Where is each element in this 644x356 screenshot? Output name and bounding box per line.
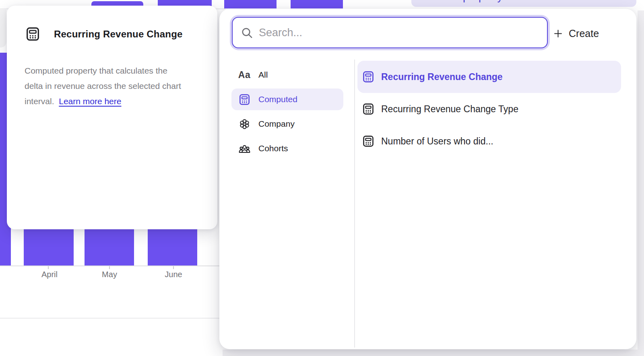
chart-bar [291, 0, 343, 8]
chart-bar-june [148, 224, 197, 265]
tooltip-description-line: delta in revenue across the selected cha… [25, 78, 200, 94]
filter-list: Aa All Computed Company Cohort [231, 64, 343, 159]
filter-item-company[interactable]: Company [231, 113, 343, 135]
tooltip-description-line: Computed property that calculates the [25, 63, 200, 78]
result-label: Recurring Revenue Change Type [381, 104, 518, 115]
filter-item-all[interactable]: Aa All [231, 64, 343, 86]
background-divider-line [0, 318, 223, 319]
property-tooltip-card: Recurring Revenue Change Computed proper… [7, 6, 217, 229]
search-input[interactable] [259, 27, 539, 39]
background-panel-corner [0, 9, 6, 47]
result-list: Recurring Revenue Change Recurring Reven… [357, 61, 621, 157]
tooltip-description-line: interval. Learn more here [25, 94, 200, 109]
axis-tick [173, 266, 174, 269]
result-item-number-of-users[interactable]: Number of Users who did... [357, 125, 621, 157]
cohorts-people-icon [237, 141, 252, 156]
x-axis-label-may: May [85, 270, 134, 279]
learn-more-link[interactable]: Learn more here [59, 97, 121, 106]
create-button[interactable]: Create [553, 23, 599, 43]
filter-label: All [258, 70, 268, 80]
filter-item-cohorts[interactable]: Cohorts [231, 138, 343, 159]
search-focus-ring [230, 15, 550, 50]
chart-bar-may [85, 224, 134, 265]
property-search-popover: Create Aa All Computed Company [219, 9, 636, 349]
search-box[interactable] [232, 17, 548, 48]
clipped-property-banner: property [411, 0, 636, 7]
column-divider [354, 60, 355, 348]
result-item-recurring-revenue-change[interactable]: Recurring Revenue Change [357, 61, 621, 93]
tooltip-title: Recurring Revenue Change [54, 29, 183, 40]
create-button-label: Create [569, 28, 599, 39]
filter-item-computed[interactable]: Computed [231, 88, 343, 110]
result-label: Recurring Revenue Change [381, 72, 503, 82]
search-icon [241, 27, 253, 39]
calculator-icon [361, 134, 375, 148]
axis-tick [109, 266, 110, 269]
filter-label: Computed [258, 95, 297, 104]
result-label: Number of Users who did... [381, 136, 493, 147]
chart-bar [224, 0, 277, 8]
text-aa-icon: Aa [237, 68, 252, 82]
tooltip-description: Computed property that calculates the de… [7, 42, 217, 109]
result-item-recurring-revenue-change-type[interactable]: Recurring Revenue Change Type [357, 93, 621, 125]
x-axis-label-june: June [149, 270, 198, 279]
calculator-icon [237, 92, 252, 107]
filter-label: Cohorts [258, 144, 288, 153]
page-background-strip [638, 10, 644, 356]
filter-label: Company [258, 119, 295, 129]
chart-bar-april [24, 224, 74, 265]
company-cluster-icon [237, 117, 252, 131]
x-axis-label-april: April [25, 270, 74, 279]
clipped-banner-text: property [463, 0, 503, 3]
calculator-icon [361, 70, 375, 84]
page-background-strip [223, 350, 644, 356]
axis-tick [48, 266, 49, 269]
plus-icon [553, 28, 564, 39]
calculator-icon [25, 26, 41, 42]
calculator-icon [361, 102, 375, 116]
